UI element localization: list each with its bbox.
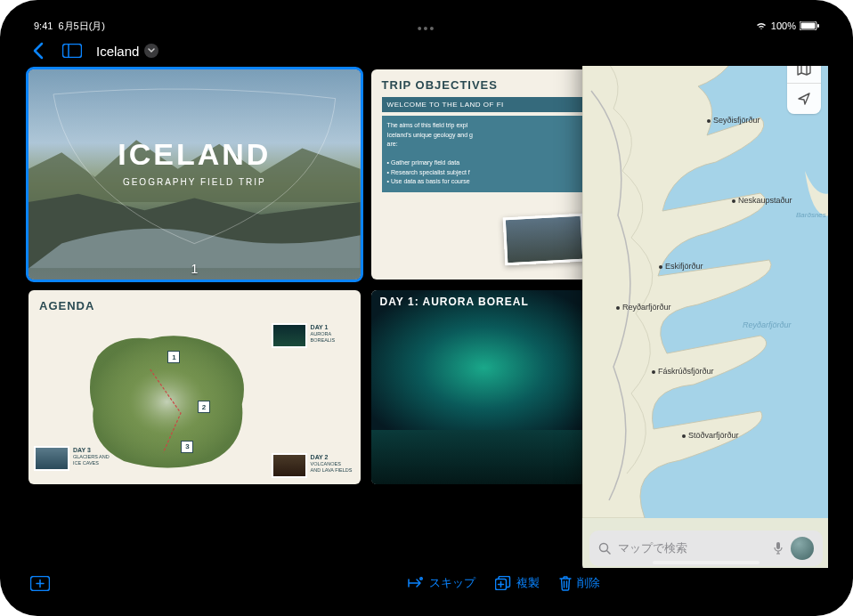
document-title[interactable]: Iceland [96,44,158,59]
slide-3[interactable]: AGENDA 1 2 3 DAY 1AURORA BOREALIS [28,290,361,484]
maps-slideover-panel[interactable]: Seyðisfjörður Neskaupstaður Eskifjörður … [582,66,828,568]
status-time: 9:41 [34,20,53,31]
locate-icon[interactable] [787,84,821,114]
main-area: ICELAND GEOGRAPHY FIELD TRIP 1 TRIP OBJE… [25,66,828,568]
slide-2[interactable]: TRIP OBJECTIVES WELCOME TO THE LAND OF F… [371,69,597,280]
svg-rect-2 [817,24,819,28]
slide-4[interactable]: DAY 1: AURORA BOREAL [371,290,597,484]
map-label-stodvar: Stöðvarfjörður [682,431,739,440]
search-placeholder: マップで検索 [618,540,766,556]
home-indicator[interactable] [653,561,760,564]
svg-rect-8 [776,542,780,549]
slide-4-heading: DAY 1: AURORA BOREAL [380,296,529,308]
search-icon [598,542,611,555]
chevron-down-icon [144,44,158,58]
map-label-neskaup: Neskaupstaður [732,196,792,205]
agenda-marker-3: 3 [181,441,193,453]
agenda-marker-1: 1 [167,351,180,363]
slide-1[interactable]: ICELAND GEOGRAPHY FIELD TRIP 1 [28,69,361,280]
slide-number: 1 [191,262,198,276]
slide-3-heading: AGENDA [39,299,350,312]
slide-4-horizon [371,430,597,484]
slide-3-body: 1 2 3 DAY 1AURORA BOREALIS DAY 2VOLCANOE… [28,321,361,484]
bottom-toolbar: スキップ 複製 削除 [25,568,605,598]
agenda-marker-2: 2 [198,401,210,413]
wifi-icon [755,21,768,30]
duplicate-button[interactable]: 複製 [495,575,540,591]
avatar[interactable] [791,537,814,560]
map-label-faskrud: Fáskrúðsfjörður [652,367,714,376]
battery-text: 100% [771,20,796,31]
skip-button[interactable]: スキップ [406,575,475,591]
map-mode-icon[interactable] [787,66,821,84]
agenda-card-day1: DAY 1AURORA BOREALIS [272,323,355,348]
svg-line-7 [607,551,611,555]
map-label-bardsnes: Barðsnes [796,211,826,219]
slide-2-photo [503,214,586,266]
slide-2-aims: The aims of this field trip expl Iceland… [382,116,586,192]
multitask-dots-icon[interactable]: ••• [418,21,436,36]
slide-2-heading: TRIP OBJECTIVES [382,78,586,92]
svg-rect-3 [63,45,82,58]
status-date: 6月5日(月) [58,20,105,33]
ipad-frame: 9:41 6月5日(月) 100% ••• Iceland [0,0,853,616]
map-label-reydar: Reyðarfjörður [616,303,671,312]
delete-button[interactable]: 削除 [559,575,600,591]
agenda-card-day3: DAY 3GLACIERS AND ICE CAVES [34,446,118,471]
toolbar: Iceland [25,34,828,66]
mic-icon[interactable] [773,541,784,555]
map-canvas[interactable]: Seyðisfjörður Neskaupstaður Eskifjörður … [582,66,828,523]
document-title-text: Iceland [96,44,139,59]
battery-icon [800,21,819,30]
agenda-card-day2: DAY 2VOLCANOES AND LAVA FIELDS [272,453,355,478]
map-label-eskif: Eskifjörður [659,262,703,271]
map-controls [787,66,821,114]
slide-1-title: ICELAND GEOGRAPHY FIELD TRIP [118,137,271,187]
map-label-sea: Reyðarfjörður [743,320,792,329]
back-button[interactable] [28,41,48,61]
slide-2-welcome: WELCOME TO THE LAND OF FI [382,97,586,112]
add-slide-button[interactable] [30,576,50,591]
sidebar-toggle-icon[interactable] [62,41,82,61]
map-label-seydis: Seyðisfjörður [707,116,760,125]
svg-rect-1 [801,23,816,29]
